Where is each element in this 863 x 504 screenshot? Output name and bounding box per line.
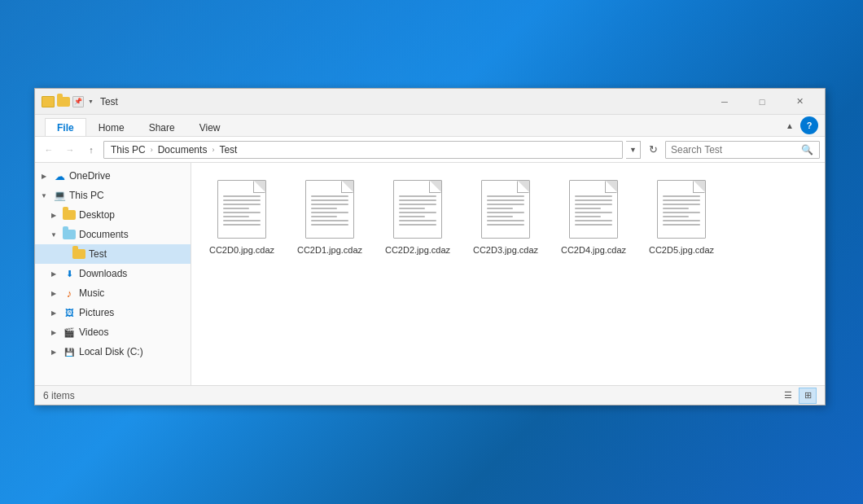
minimize-button[interactable]: ─ — [706, 89, 743, 115]
close-button[interactable]: ✕ — [781, 89, 818, 115]
refresh-button[interactable]: ↻ — [644, 141, 662, 159]
path-this-pc[interactable]: This PC — [109, 144, 147, 156]
sidebar: ▶ ☁ OneDrive ▼ 💻 This PC ▶ Desktop ▼ Doc… — [35, 163, 191, 385]
forward-button[interactable]: → — [61, 141, 79, 159]
path-test[interactable]: Test — [217, 144, 239, 156]
file-item[interactable]: CC2D1.jpg.cdaz — [289, 173, 370, 259]
sidebar-item-test[interactable]: Test — [35, 244, 191, 264]
doc-line — [575, 224, 612, 226]
doc-fold — [254, 181, 265, 192]
file-name: CC2D1.jpg.cdaz — [297, 245, 362, 255]
file-name: CC2D3.jpg.cdaz — [473, 245, 538, 255]
doc-icon — [305, 180, 354, 239]
back-button[interactable]: ← — [40, 141, 58, 159]
icon-view-button[interactable]: ⊞ — [799, 388, 817, 404]
local-disk-icon: 💾 — [63, 346, 76, 357]
expand-arrow-onedrive: ▶ — [38, 170, 50, 182]
doc-line — [223, 208, 249, 209]
file-name: CC2D0.jpg.cdaz — [209, 245, 274, 255]
search-input[interactable] — [671, 144, 799, 156]
doc-line — [399, 224, 436, 226]
doc-fold — [430, 181, 441, 192]
doc-line — [575, 216, 601, 217]
sidebar-item-onedrive[interactable]: ▶ ☁ OneDrive — [35, 166, 191, 186]
doc-line — [663, 208, 689, 209]
list-view-button[interactable]: ☰ — [779, 388, 797, 404]
videos-icon: 🎬 — [63, 327, 76, 338]
tab-file[interactable]: File — [45, 118, 86, 136]
expand-arrow-test — [58, 248, 69, 260]
ribbon: File Home Share View ▲ ? — [35, 115, 825, 137]
onedrive-icon: ☁ — [53, 170, 66, 182]
help-button[interactable]: ? — [800, 116, 818, 134]
doc-line — [399, 204, 436, 205]
title-dropdown-arrow[interactable]: ▼ — [86, 97, 95, 106]
sidebar-item-documents[interactable]: ▼ Documents — [35, 225, 191, 244]
doc-line — [311, 216, 337, 217]
search-box[interactable]: 🔍 — [665, 141, 820, 159]
sidebar-item-music[interactable]: ▶ ♪ Music — [35, 283, 191, 303]
doc-lines — [223, 195, 261, 226]
address-dropdown-button[interactable]: ▼ — [626, 141, 641, 159]
doc-line — [575, 220, 612, 221]
doc-line — [663, 195, 700, 197]
view-buttons: ☰ ⊞ — [779, 388, 817, 404]
expand-arrow-local-disk: ▶ — [48, 346, 59, 357]
sidebar-label-downloads: Downloads — [79, 268, 127, 279]
test-folder-icon — [72, 248, 85, 260]
doc-icon — [481, 180, 530, 239]
title-bar-icons: 📌 ▼ — [42, 96, 95, 107]
doc-line — [223, 195, 261, 197]
sidebar-item-downloads[interactable]: ▶ ⬇ Downloads — [35, 264, 191, 283]
tab-home[interactable]: Home — [86, 118, 137, 136]
doc-line — [311, 212, 348, 213]
address-path[interactable]: This PC › Documents › Test — [103, 141, 623, 159]
item-count: 6 items — [43, 390, 75, 401]
doc-line — [487, 216, 513, 217]
sidebar-item-local-disk[interactable]: ▶ 💾 Local Disk (C:) — [35, 342, 191, 362]
doc-line — [399, 220, 436, 221]
expand-arrow-downloads: ▶ — [48, 268, 59, 279]
file-item[interactable]: CC2D4.jpg.cdaz — [553, 173, 634, 259]
quick-access-icon[interactable] — [42, 96, 55, 107]
file-item[interactable]: CC2D5.jpg.cdaz — [641, 173, 722, 259]
doc-line — [487, 199, 524, 201]
doc-line — [663, 212, 700, 213]
file-item[interactable]: CC2D3.jpg.cdaz — [465, 173, 546, 259]
doc-line — [487, 224, 524, 226]
file-area: CC2D0.jpg.cdaz CC2D1 — [191, 163, 825, 385]
file-item[interactable]: CC2D2.jpg.cdaz — [377, 173, 458, 259]
file-item[interactable]: CC2D0.jpg.cdaz — [201, 173, 283, 259]
doc-line — [663, 220, 700, 221]
tab-share[interactable]: Share — [137, 118, 187, 136]
sidebar-item-pictures[interactable]: ▶ 🖼 Pictures — [35, 303, 191, 322]
sidebar-item-this-pc[interactable]: ▼ 💻 This PC — [35, 186, 191, 205]
doc-line — [487, 220, 524, 221]
downloads-icon: ⬇ — [63, 268, 76, 279]
file-icon-wrapper — [653, 177, 710, 242]
doc-line — [223, 212, 261, 213]
doc-lines — [487, 195, 524, 226]
path-documents[interactable]: Documents — [156, 144, 209, 156]
sidebar-item-desktop[interactable]: ▶ Desktop — [35, 205, 191, 225]
doc-line — [311, 220, 348, 221]
sidebar-label-pictures: Pictures — [79, 307, 114, 318]
ribbon-expand-button[interactable]: ▲ — [779, 116, 800, 134]
doc-lines — [311, 195, 348, 226]
doc-line — [663, 216, 689, 217]
status-bar: 6 items ☰ ⊞ — [35, 385, 825, 405]
up-button[interactable]: ↑ — [82, 141, 100, 159]
doc-fold — [342, 181, 353, 192]
search-button[interactable]: 🔍 — [799, 142, 814, 157]
sidebar-item-videos[interactable]: ▶ 🎬 Videos — [35, 322, 191, 342]
doc-line — [575, 208, 601, 209]
tab-view[interactable]: View — [187, 118, 233, 136]
pin-button[interactable]: 📌 — [72, 96, 84, 107]
maximize-button[interactable]: □ — [743, 89, 781, 115]
doc-icon — [569, 180, 618, 239]
doc-icon — [217, 180, 266, 239]
doc-line — [311, 195, 348, 197]
sidebar-label-this-pc: This PC — [69, 190, 104, 201]
ribbon-tabs: File Home Share View — [42, 115, 236, 136]
doc-icon — [657, 180, 706, 239]
